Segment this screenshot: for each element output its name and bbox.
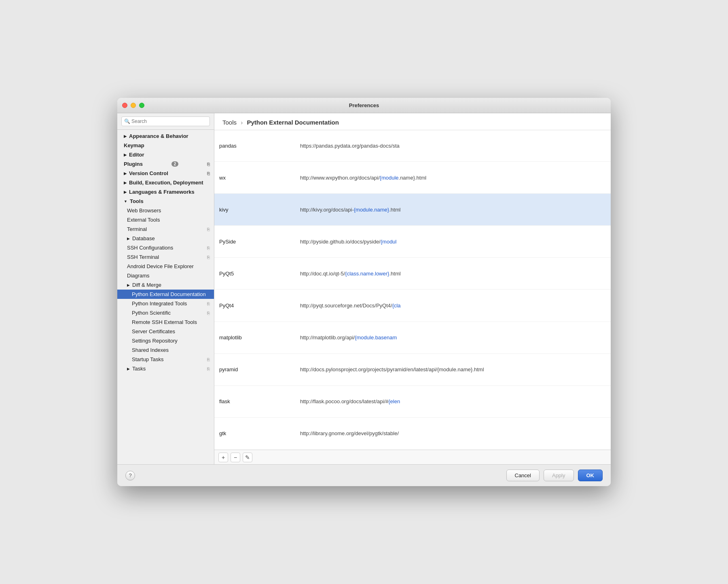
chevron-right-icon: ▶ [124, 171, 127, 176]
help-button[interactable]: ? [125, 471, 135, 480]
table-row[interactable]: gtkhttp://library.gnome.org/devel/pygtk/… [214, 417, 611, 449]
sidebar-item-android-device[interactable]: Android Device File Explorer [117, 262, 214, 271]
plugins-badge: 2 [171, 161, 179, 167]
table-row[interactable]: PyQt4http://pyqt.sourceforge.net/Docs/Py… [214, 290, 611, 322]
doc-url-cell: https://pandas.pydata.org/pandas-docs/st… [295, 130, 611, 162]
sidebar-item-startup-tasks[interactable]: Startup Tasks ⎘ [117, 355, 214, 364]
footer-left: ? [125, 471, 135, 480]
sidebar-item-label: Web Browsers [127, 207, 161, 214]
doc-name-cell: wx [214, 162, 295, 194]
panel-header: Tools › Python External Documentation [214, 113, 611, 130]
doc-url-cell: http://pyside.github.io/docs/pyside/{mod… [295, 226, 611, 258]
sidebar-item-tasks[interactable]: ▶ Tasks ⎘ [117, 364, 214, 373]
sidebar-item-label: Python Scientific [132, 310, 171, 316]
sidebar-item-languages[interactable]: ▶ Languages & Frameworks [117, 187, 214, 197]
copy-icon: ⎘ [207, 245, 210, 250]
doc-name-cell: pyramid [214, 353, 295, 385]
chevron-right-icon: ▶ [127, 237, 130, 241]
add-button[interactable]: + [218, 453, 228, 462]
copy-icon: ⎘ [207, 255, 210, 260]
breadcrumb-current: Python External Documentation [247, 119, 339, 126]
table-toolbar: + − ✎ [214, 450, 611, 464]
table-body: pandashttps://pandas.pydata.org/pandas-d… [214, 130, 611, 450]
sidebar-item-ssh-configurations[interactable]: SSH Configurations ⎘ [117, 243, 214, 252]
table-row[interactable]: flaskhttp://flask.pocoo.org/docs/latest/… [214, 385, 611, 417]
sidebar-item-appearance[interactable]: ▶ Appearance & Behavior [117, 131, 214, 141]
table-row[interactable]: pyramidhttp://docs.pylonsproject.org/pro… [214, 353, 611, 385]
copy-icon: ⎘ [207, 162, 210, 167]
chevron-right-icon: ▶ [124, 181, 127, 185]
ok-button[interactable]: OK [578, 470, 603, 481]
url-template-part: {module.name} [354, 207, 389, 213]
sidebar-item-label: Appearance & Behavior [129, 133, 188, 139]
sidebar-item-label: Editor [129, 152, 144, 158]
sidebar-item-diagrams[interactable]: Diagrams [117, 271, 214, 280]
cancel-button[interactable]: Cancel [506, 470, 540, 481]
sidebar-item-settings-repo[interactable]: Settings Repository [117, 336, 214, 345]
close-button[interactable] [122, 103, 127, 108]
breadcrumb: Tools › Python External Documentation [222, 119, 603, 126]
window-title: Preferences [349, 102, 379, 108]
sidebar-item-shared-indexes[interactable]: Shared Indexes [117, 345, 214, 355]
sidebar-list: ▶ Appearance & Behavior Keymap ▶ Editor … [117, 130, 214, 464]
search-wrapper: 🔍 [121, 116, 210, 126]
sidebar-item-label: Tools [130, 198, 144, 204]
url-template-part: {modul [381, 239, 397, 245]
minimize-button[interactable] [131, 103, 136, 108]
sidebar-item-database[interactable]: ▶ Database [117, 234, 214, 243]
sidebar-item-diff-merge[interactable]: ▶ Diff & Merge [117, 280, 214, 290]
apply-button[interactable]: Apply [544, 470, 574, 481]
table-row[interactable]: PyQt5http://doc.qt.io/qt-5/{class.name.l… [214, 258, 611, 290]
search-input[interactable] [121, 116, 210, 126]
doc-name-cell: PyQt4 [214, 290, 295, 322]
remove-button[interactable]: − [231, 453, 240, 462]
copy-icon: ⎘ [207, 366, 210, 371]
sidebar-item-label: Build, Execution, Deployment [129, 180, 203, 186]
table-row[interactable]: wxhttp://www.wxpython.org/docs/api/{modu… [214, 162, 611, 194]
sidebar-item-label: Terminal [127, 226, 147, 232]
sidebar-item-label: Languages & Frameworks [129, 189, 195, 195]
maximize-button[interactable] [139, 103, 144, 108]
copy-icon: ⎘ [207, 311, 210, 315]
sidebar-item-remote-ssh[interactable]: Remote SSH External Tools [117, 317, 214, 327]
chevron-right-icon: ▶ [127, 283, 130, 287]
table-row[interactable]: pandashttps://pandas.pydata.org/pandas-d… [214, 130, 611, 162]
sidebar-item-label: Python External Documentation [132, 291, 206, 297]
documentation-table: pandashttps://pandas.pydata.org/pandas-d… [214, 130, 611, 450]
url-template-part: {elen [388, 398, 400, 404]
table-area: pandashttps://pandas.pydata.org/pandas-d… [214, 130, 611, 450]
sidebar-item-python-integrated[interactable]: Python Integrated Tools ⎘ [117, 299, 214, 308]
sidebar-item-python-scientific[interactable]: Python Scientific ⎘ [117, 308, 214, 317]
url-template-part: {module.basenam [355, 334, 397, 341]
doc-url-cell: http://matplotlib.org/api/{module.basena… [295, 322, 611, 353]
sidebar-item-python-ext-doc[interactable]: Python External Documentation [117, 290, 214, 299]
chevron-down-icon: ▼ [124, 199, 127, 203]
preferences-window: Preferences 🔍 ▶ Appearance & Behavior Ke… [117, 98, 611, 486]
sidebar-item-web-browsers[interactable]: Web Browsers [117, 206, 214, 215]
table-row[interactable]: matplotlibhttp://matplotlib.org/api/{mod… [214, 322, 611, 353]
sidebar-item-label: Startup Tasks [132, 356, 164, 362]
table-row[interactable]: kivyhttp://kivy.org/docs/api-{module.nam… [214, 194, 611, 226]
sidebar-item-external-tools[interactable]: External Tools [117, 215, 214, 224]
url-template-part: {cla [392, 303, 401, 309]
breadcrumb-separator: › [241, 119, 243, 126]
sidebar: 🔍 ▶ Appearance & Behavior Keymap ▶ Edito… [117, 113, 214, 464]
sidebar-item-editor[interactable]: ▶ Editor [117, 150, 214, 159]
sidebar-item-ssh-terminal[interactable]: SSH Terminal ⎘ [117, 252, 214, 262]
sidebar-item-version-control[interactable]: ▶ Version Control ⎘ [117, 169, 214, 178]
sidebar-item-tools[interactable]: ▼ Tools [117, 197, 214, 206]
edit-button[interactable]: ✎ [243, 453, 252, 462]
sidebar-item-label: Server Certificates [132, 328, 175, 334]
sidebar-item-plugins[interactable]: Plugins 2 ⎘ [117, 159, 214, 169]
sidebar-item-label: Remote SSH External Tools [132, 319, 197, 325]
sidebar-item-keymap[interactable]: Keymap [117, 141, 214, 150]
sidebar-item-server-certs[interactable]: Server Certificates [117, 327, 214, 336]
sidebar-item-label: Version Control [129, 170, 168, 176]
doc-url-cell: http://library.gnome.org/devel/pygtk/sta… [295, 417, 611, 449]
sidebar-item-terminal[interactable]: Terminal ⎘ [117, 224, 214, 234]
table-row[interactable]: PySidehttp://pyside.github.io/docs/pysid… [214, 226, 611, 258]
doc-name-cell: matplotlib [214, 322, 295, 353]
chevron-right-icon: ▶ [124, 134, 127, 138]
copy-icon: ⎘ [207, 357, 210, 362]
sidebar-item-build[interactable]: ▶ Build, Execution, Deployment [117, 178, 214, 187]
